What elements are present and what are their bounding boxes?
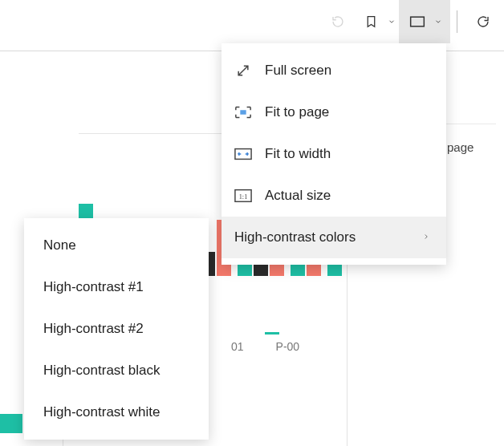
menu-item-full-screen[interactable]: Full screen: [222, 50, 446, 91]
menu-label: High-contrast #1: [43, 279, 144, 295]
reset-view-button[interactable]: [319, 2, 357, 41]
fit-page-icon: [404, 15, 431, 28]
hc-option-black[interactable]: High-contrast black: [24, 350, 209, 391]
menu-label: High-contrast black: [43, 363, 161, 379]
bookmark-dropdown[interactable]: [357, 2, 399, 41]
hc-option-white[interactable]: High-contrast white: [24, 391, 209, 433]
hc-option-2[interactable]: High-contrast #2: [24, 308, 209, 350]
x-tick: P-00: [276, 340, 300, 353]
svg-rect-1: [240, 110, 246, 115]
view-menu: Full screen Fit to page Fit to width 1:1…: [222, 43, 446, 265]
menu-label: High-contrast white: [43, 404, 161, 420]
hc-option-none[interactable]: None: [24, 225, 209, 266]
menu-item-high-contrast[interactable]: High-contrast colors: [222, 217, 446, 258]
page-thumbnail[interactable]: [0, 414, 22, 433]
x-tick: 01: [231, 340, 244, 353]
refresh-button[interactable]: [464, 2, 502, 41]
chevron-down-icon: [384, 18, 399, 26]
menu-label: Fit to width: [265, 146, 331, 162]
menu-item-fit-to-width[interactable]: Fit to width: [222, 133, 446, 175]
menu-label: High-contrast colors: [234, 229, 356, 245]
actual-size-icon: 1:1: [234, 187, 252, 205]
toolbar-separator: [457, 10, 457, 33]
bookmark-icon: [357, 14, 384, 30]
top-toolbar: [319, 0, 504, 43]
chevron-right-icon: [422, 229, 430, 245]
menu-label: Actual size: [265, 188, 331, 204]
full-screen-icon: [234, 62, 252, 79]
menu-item-fit-to-page[interactable]: Fit to page: [222, 91, 446, 133]
menu-label: Fit to page: [265, 104, 329, 120]
svg-text:1:1: 1:1: [239, 193, 248, 201]
fit-to-page-icon: [234, 103, 252, 121]
chevron-down-icon: [431, 18, 445, 26]
svg-rect-2: [235, 149, 251, 160]
menu-label: High-contrast #2: [43, 321, 144, 337]
menu-label: Full screen: [265, 63, 331, 79]
view-mode-dropdown[interactable]: [399, 0, 450, 43]
hc-option-1[interactable]: High-contrast #1: [24, 266, 209, 308]
high-contrast-submenu: None High-contrast #1 High-contrast #2 H…: [24, 218, 209, 440]
svg-rect-0: [411, 17, 425, 26]
menu-item-actual-size[interactable]: 1:1 Actual size: [222, 175, 446, 217]
legend-swatch: [265, 332, 279, 334]
menu-label: None: [43, 237, 76, 253]
fit-to-width-icon: [234, 145, 252, 163]
